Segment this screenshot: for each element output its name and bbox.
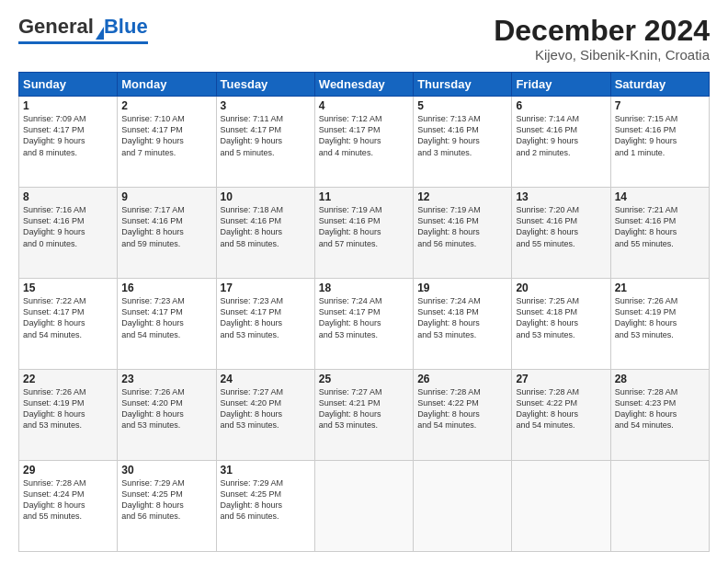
table-row: 13Sunrise: 7:20 AM Sunset: 4:16 PM Dayli… bbox=[512, 188, 610, 279]
table-row: 3Sunrise: 7:11 AM Sunset: 4:17 PM Daylig… bbox=[216, 97, 314, 188]
calendar-body: 1Sunrise: 7:09 AM Sunset: 4:17 PM Daylig… bbox=[19, 97, 710, 552]
day-number: 25 bbox=[319, 373, 409, 385]
day-info: Sunrise: 7:28 AM Sunset: 4:23 PM Dayligh… bbox=[615, 386, 705, 431]
day-number: 11 bbox=[319, 190, 409, 203]
calendar-subtitle: Kijevo, Sibenik-Knin, Croatia bbox=[494, 47, 710, 63]
table-row bbox=[414, 461, 512, 552]
table-row: 24Sunrise: 7:27 AM Sunset: 4:20 PM Dayli… bbox=[216, 370, 314, 461]
day-number: 9 bbox=[121, 190, 211, 203]
day-info: Sunrise: 7:28 AM Sunset: 4:24 PM Dayligh… bbox=[23, 477, 113, 523]
day-info: Sunrise: 7:27 AM Sunset: 4:21 PM Dayligh… bbox=[319, 386, 409, 431]
table-row: 7Sunrise: 7:15 AM Sunset: 4:16 PM Daylig… bbox=[610, 97, 709, 188]
day-number: 21 bbox=[615, 282, 705, 294]
day-number: 13 bbox=[516, 190, 606, 203]
col-tuesday: Tuesday bbox=[216, 73, 314, 97]
table-row bbox=[610, 461, 709, 552]
table-row: 11Sunrise: 7:19 AM Sunset: 4:16 PM Dayli… bbox=[314, 188, 413, 279]
day-number: 28 bbox=[615, 373, 705, 385]
table-row: 10Sunrise: 7:18 AM Sunset: 4:16 PM Dayli… bbox=[216, 188, 314, 279]
day-number: 6 bbox=[516, 99, 606, 112]
day-number: 15 bbox=[23, 282, 113, 294]
table-row: 19Sunrise: 7:24 AM Sunset: 4:18 PM Dayli… bbox=[414, 279, 512, 370]
day-number: 2 bbox=[121, 99, 211, 112]
day-info: Sunrise: 7:25 AM Sunset: 4:18 PM Dayligh… bbox=[516, 295, 606, 340]
table-row: 25Sunrise: 7:27 AM Sunset: 4:21 PM Dayli… bbox=[314, 370, 413, 461]
day-number: 20 bbox=[516, 282, 606, 294]
day-info: Sunrise: 7:10 AM Sunset: 4:17 PM Dayligh… bbox=[121, 113, 211, 158]
table-row: 20Sunrise: 7:25 AM Sunset: 4:18 PM Dayli… bbox=[512, 279, 610, 370]
day-number: 30 bbox=[121, 464, 211, 477]
day-info: Sunrise: 7:19 AM Sunset: 4:16 PM Dayligh… bbox=[319, 204, 409, 249]
col-friday: Friday bbox=[512, 73, 610, 97]
day-number: 18 bbox=[319, 282, 409, 294]
day-number: 17 bbox=[221, 282, 311, 294]
table-row: 23Sunrise: 7:26 AM Sunset: 4:20 PM Dayli… bbox=[118, 370, 216, 461]
day-info: Sunrise: 7:23 AM Sunset: 4:17 PM Dayligh… bbox=[221, 295, 311, 340]
day-info: Sunrise: 7:16 AM Sunset: 4:16 PM Dayligh… bbox=[23, 204, 113, 249]
day-number: 8 bbox=[23, 190, 113, 203]
day-number: 29 bbox=[23, 464, 113, 477]
day-number: 19 bbox=[417, 282, 507, 294]
table-row: 8Sunrise: 7:16 AM Sunset: 4:16 PM Daylig… bbox=[19, 188, 118, 279]
day-number: 27 bbox=[516, 373, 606, 385]
table-row: 18Sunrise: 7:24 AM Sunset: 4:17 PM Dayli… bbox=[314, 279, 413, 370]
day-number: 12 bbox=[417, 190, 507, 203]
day-number: 5 bbox=[417, 99, 507, 112]
day-number: 1 bbox=[23, 99, 113, 112]
day-info: Sunrise: 7:09 AM Sunset: 4:17 PM Dayligh… bbox=[23, 113, 113, 158]
col-wednesday: Wednesday bbox=[314, 73, 413, 97]
col-sunday: Sunday bbox=[19, 73, 118, 97]
table-row: 5Sunrise: 7:13 AM Sunset: 4:16 PM Daylig… bbox=[414, 97, 512, 188]
table-row: 29Sunrise: 7:28 AM Sunset: 4:24 PM Dayli… bbox=[19, 461, 118, 552]
day-info: Sunrise: 7:24 AM Sunset: 4:17 PM Dayligh… bbox=[319, 295, 409, 340]
day-number: 4 bbox=[319, 99, 409, 112]
calendar-title: December 2024 bbox=[494, 15, 710, 47]
day-info: Sunrise: 7:20 AM Sunset: 4:16 PM Dayligh… bbox=[516, 204, 606, 249]
table-row bbox=[314, 461, 413, 552]
calendar-header: Sunday Monday Tuesday Wednesday Thursday… bbox=[19, 73, 710, 97]
day-number: 3 bbox=[221, 99, 311, 112]
table-row: 27Sunrise: 7:28 AM Sunset: 4:22 PM Dayli… bbox=[512, 370, 610, 461]
table-row: 30Sunrise: 7:29 AM Sunset: 4:25 PM Dayli… bbox=[118, 461, 216, 552]
logo-general: General bbox=[18, 15, 94, 39]
day-info: Sunrise: 7:28 AM Sunset: 4:22 PM Dayligh… bbox=[516, 386, 606, 431]
table-row: 14Sunrise: 7:21 AM Sunset: 4:16 PM Dayli… bbox=[610, 188, 709, 279]
table-row: 22Sunrise: 7:26 AM Sunset: 4:19 PM Dayli… bbox=[19, 370, 118, 461]
day-number: 7 bbox=[615, 99, 705, 112]
day-info: Sunrise: 7:29 AM Sunset: 4:25 PM Dayligh… bbox=[121, 477, 211, 523]
calendar-table: Sunday Monday Tuesday Wednesday Thursday… bbox=[18, 72, 710, 552]
col-thursday: Thursday bbox=[414, 73, 512, 97]
table-row: 31Sunrise: 7:29 AM Sunset: 4:25 PM Dayli… bbox=[216, 461, 314, 552]
day-info: Sunrise: 7:23 AM Sunset: 4:17 PM Dayligh… bbox=[121, 295, 211, 340]
table-row: 1Sunrise: 7:09 AM Sunset: 4:17 PM Daylig… bbox=[19, 97, 118, 188]
header: General Blue December 2024 Kijevo, Siben… bbox=[18, 15, 710, 63]
table-row: 17Sunrise: 7:23 AM Sunset: 4:17 PM Dayli… bbox=[216, 279, 314, 370]
table-row: 2Sunrise: 7:10 AM Sunset: 4:17 PM Daylig… bbox=[118, 97, 216, 188]
table-row: 6Sunrise: 7:14 AM Sunset: 4:16 PM Daylig… bbox=[512, 97, 610, 188]
logo: General Blue bbox=[18, 15, 148, 44]
table-row: 28Sunrise: 7:28 AM Sunset: 4:23 PM Dayli… bbox=[610, 370, 709, 461]
day-info: Sunrise: 7:28 AM Sunset: 4:22 PM Dayligh… bbox=[417, 386, 507, 431]
day-number: 10 bbox=[221, 190, 311, 203]
day-number: 16 bbox=[121, 282, 211, 294]
table-row: 26Sunrise: 7:28 AM Sunset: 4:22 PM Dayli… bbox=[414, 370, 512, 461]
day-info: Sunrise: 7:22 AM Sunset: 4:17 PM Dayligh… bbox=[23, 295, 113, 340]
table-row: 12Sunrise: 7:19 AM Sunset: 4:16 PM Dayli… bbox=[414, 188, 512, 279]
day-info: Sunrise: 7:13 AM Sunset: 4:16 PM Dayligh… bbox=[417, 113, 507, 158]
day-number: 26 bbox=[417, 373, 507, 385]
table-row bbox=[512, 461, 610, 552]
day-info: Sunrise: 7:12 AM Sunset: 4:17 PM Dayligh… bbox=[319, 113, 409, 158]
day-info: Sunrise: 7:27 AM Sunset: 4:20 PM Dayligh… bbox=[221, 386, 311, 431]
table-row: 15Sunrise: 7:22 AM Sunset: 4:17 PM Dayli… bbox=[19, 279, 118, 370]
day-info: Sunrise: 7:24 AM Sunset: 4:18 PM Dayligh… bbox=[417, 295, 507, 340]
table-row: 9Sunrise: 7:17 AM Sunset: 4:16 PM Daylig… bbox=[118, 188, 216, 279]
logo-underline bbox=[18, 41, 148, 44]
col-monday: Monday bbox=[118, 73, 216, 97]
table-row: 4Sunrise: 7:12 AM Sunset: 4:17 PM Daylig… bbox=[314, 97, 413, 188]
day-number: 22 bbox=[23, 373, 113, 385]
day-number: 23 bbox=[121, 373, 211, 385]
title-block: December 2024 Kijevo, Sibenik-Knin, Croa… bbox=[494, 15, 710, 63]
day-info: Sunrise: 7:11 AM Sunset: 4:17 PM Dayligh… bbox=[221, 113, 311, 158]
day-info: Sunrise: 7:17 AM Sunset: 4:16 PM Dayligh… bbox=[121, 204, 211, 249]
day-info: Sunrise: 7:18 AM Sunset: 4:16 PM Dayligh… bbox=[221, 204, 311, 249]
